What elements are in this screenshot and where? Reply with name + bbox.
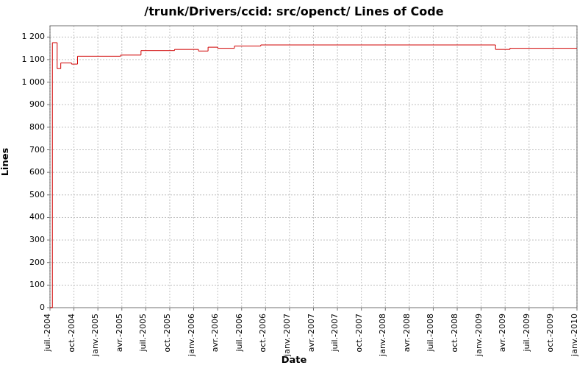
x-tick-label: avr.-2009	[498, 314, 507, 352]
x-tick-label: oct.-2005	[162, 314, 172, 353]
x-tick-label: juil.-2004	[43, 314, 52, 353]
y-tick-label: 600	[29, 167, 45, 177]
x-tick-label: juil.-2006	[234, 314, 244, 353]
x-tick-label: oct.-2007	[354, 314, 364, 353]
y-tick-label: 1 100	[22, 54, 46, 64]
x-tick-label: juil.-2005	[138, 314, 148, 353]
x-tick-label: juil.-2008	[426, 314, 435, 353]
x-tick-label: oct.-2006	[258, 314, 268, 353]
y-tick-label: 700	[29, 145, 45, 155]
x-tick-label: janv.-2008	[378, 314, 387, 357]
x-tick-label: juil.-2009	[522, 314, 531, 353]
x-tick-label: avr.-2008	[402, 314, 412, 352]
y-tick-label: 0	[40, 302, 45, 312]
x-tick-label: oct.-2009	[545, 314, 555, 353]
chart-svg: 01002003004005006007008009001 0001 1001 …	[0, 0, 588, 368]
x-tick-label: avr.-2006	[210, 314, 220, 352]
x-tick-label: avr.-2007	[306, 314, 316, 352]
x-tick-label: juil.-2007	[330, 314, 340, 353]
y-tick-label: 900	[29, 99, 45, 109]
x-tick-label: janv.-2010	[570, 314, 579, 357]
chart-container: /trunk/Drivers/ccid: src/openct/ Lines o…	[0, 0, 588, 368]
y-tick-label: 500	[29, 190, 45, 199]
x-tick-label: avr.-2005	[115, 314, 124, 352]
x-tick-label: janv.-2006	[187, 314, 196, 357]
y-tick-label: 1 000	[22, 77, 46, 87]
x-tick-label: janv.-2009	[474, 314, 484, 357]
y-tick-label: 800	[29, 122, 45, 132]
y-tick-label: 200	[29, 258, 45, 267]
y-tick-label: 300	[29, 235, 45, 244]
y-tick-label: 100	[29, 280, 45, 289]
y-tick-label: 1 200	[22, 32, 46, 41]
x-tick-label: oct.-2004	[67, 314, 76, 353]
x-tick-label: janv.-2007	[282, 314, 292, 357]
x-tick-label: oct.-2008	[450, 314, 459, 353]
x-tick-label: janv.-2005	[90, 314, 100, 357]
y-tick-label: 400	[29, 212, 45, 222]
